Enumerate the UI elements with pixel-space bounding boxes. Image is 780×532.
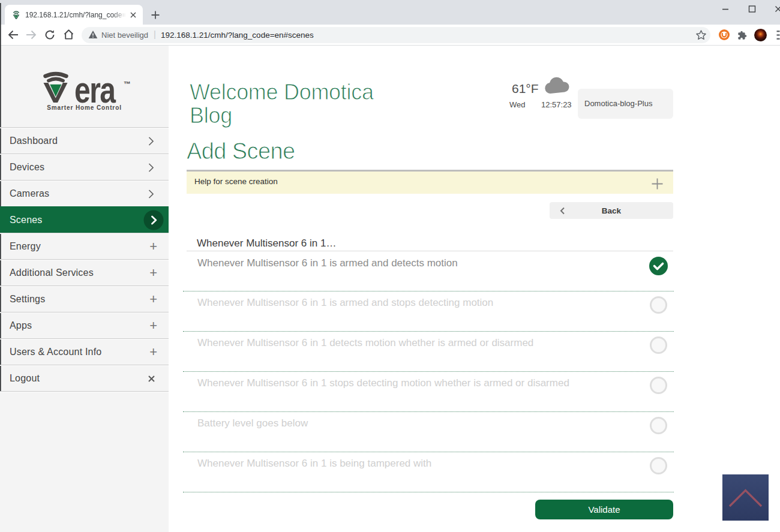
svg-text:™: ™ [124,80,131,88]
svg-text:era: era [74,69,116,105]
